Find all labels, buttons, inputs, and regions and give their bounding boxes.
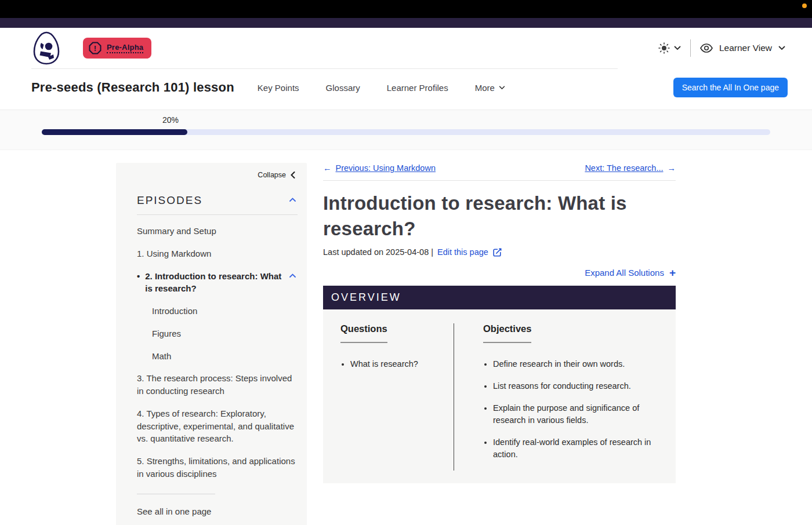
sun-icon: [658, 42, 670, 54]
objective-item: Explain the purpose and significance of …: [493, 402, 663, 426]
active-episode-label: 2. Introduction to research: What is res…: [145, 270, 288, 296]
lesson-title: Pre-seeds (Research 101) lesson: [31, 80, 234, 95]
episode-subitem-introduction[interactable]: Introduction: [152, 305, 298, 318]
questions-heading: Questions: [340, 323, 387, 343]
objectives-heading: Objectives: [483, 323, 531, 343]
chevron-up-icon: [289, 274, 296, 278]
pager-row: ← Previous: Using Markdown Next: The res…: [323, 163, 676, 181]
progress-percent-label: 20%: [162, 115, 179, 125]
overview-card-header: OVERVIEW: [323, 286, 676, 309]
next-link-label: Next: The research...: [585, 163, 663, 173]
chevron-down-icon: [778, 46, 785, 50]
edit-pencil-square-icon: [492, 247, 502, 257]
header-vertical-divider: [690, 39, 691, 57]
overview-card: OVERVIEW Questions What is research? Obj…: [323, 286, 676, 483]
objectives-column: Objectives Define research in their own …: [454, 323, 676, 471]
objective-item: List reasons for conducting research.: [493, 380, 663, 392]
active-episode-collapse-toggle[interactable]: [288, 270, 298, 281]
episode-item-summary-setup[interactable]: Summary and Setup: [137, 225, 298, 238]
next-episode-link[interactable]: Next: The research... →: [585, 163, 676, 173]
nav-item-learner-profiles[interactable]: Learner Profiles: [387, 83, 448, 93]
nav-item-more[interactable]: More: [475, 83, 505, 93]
page-title: Introduction to research: What is resear…: [323, 191, 676, 242]
header-bottom-row: Pre-seeds (Research 101) lesson Key Poin…: [0, 69, 812, 110]
recording-indicator-dot: [802, 3, 807, 8]
edit-link-label: Edit this page: [437, 247, 488, 257]
active-bullet: •: [137, 270, 140, 296]
episodes-heading: EPISODES: [137, 194, 202, 207]
episode-item-active-intro-research[interactable]: • 2. Introduction to research: What is r…: [137, 270, 298, 296]
progress-bar-fill: [42, 129, 187, 135]
arrow-right-icon: →: [668, 163, 676, 173]
episode-item-using-markdown[interactable]: 1. Using Markdown: [137, 247, 298, 260]
view-switcher-label: Learner View: [719, 43, 772, 53]
search-all-in-one-button[interactable]: Search the All In One page: [673, 78, 788, 97]
arrow-left-icon: ←: [323, 163, 332, 173]
view-switcher-button[interactable]: Learner View: [699, 41, 786, 56]
top-purple-strip: [0, 18, 812, 28]
nav-item-key-points[interactable]: Key Points: [258, 83, 299, 93]
episode-subitem-figures[interactable]: Figures: [152, 327, 298, 340]
episodes-collapse-toggle[interactable]: [288, 194, 298, 205]
site-header: ! Pre-Alpha: [0, 28, 812, 110]
content-area: Collapse EPISODES Summary and Setup 1. U…: [0, 150, 812, 525]
page-meta-row: Last updated on 2025-04-08 | Edit this p…: [323, 247, 676, 257]
nav-label: Learner Profiles: [387, 83, 448, 93]
warning-octagon-icon: !: [88, 41, 102, 55]
eye-icon: [700, 43, 713, 53]
nav-label: Glossary: [326, 83, 360, 93]
chevron-down-icon: [499, 86, 505, 90]
objectives-list: Define research in their own words. List…: [483, 358, 663, 461]
egg-logo-icon: [32, 31, 61, 65]
expand-all-solutions-link[interactable]: Expand All Solutions +: [585, 267, 676, 278]
expand-link-label: Expand All Solutions: [585, 268, 664, 278]
site-logo[interactable]: [32, 31, 61, 65]
chevron-down-icon: [674, 46, 681, 50]
episode-subitem-math[interactable]: Math: [152, 350, 298, 363]
nav-label: More: [475, 83, 495, 93]
collapse-label: Collapse: [258, 171, 286, 179]
svg-text:!: !: [94, 43, 96, 52]
expand-solutions-row: Expand All Solutions +: [323, 267, 676, 278]
episodes-sidebar: Collapse EPISODES Summary and Setup 1. U…: [116, 163, 307, 525]
see-all-in-one-page-link[interactable]: See all in one page: [137, 506, 298, 516]
sidebar-collapse-button[interactable]: Collapse: [137, 171, 298, 179]
episodes-header: EPISODES: [137, 194, 298, 215]
episode-item-strengths-limitations[interactable]: 5. Strengths, limitations, and applicati…: [137, 455, 298, 480]
header-top-row: ! Pre-Alpha: [0, 28, 812, 65]
active-episode-label-wrap: • 2. Introduction to research: What is r…: [137, 270, 288, 296]
theme-toggle-button[interactable]: [657, 40, 682, 56]
progress-bar-track: [42, 129, 770, 135]
pre-alpha-badge: ! Pre-Alpha: [83, 38, 151, 59]
overview-card-body: Questions What is research? Objectives D…: [323, 309, 676, 483]
lesson-main-content: ← Previous: Using Markdown Next: The res…: [323, 163, 676, 525]
edit-this-page-link[interactable]: Edit this page: [437, 247, 502, 257]
plus-icon: +: [669, 267, 676, 278]
episode-item-types-of-research[interactable]: 4. Types of research: Exploratory, descr…: [137, 407, 298, 445]
last-updated-text: Last updated on 2025-04-08 |: [323, 247, 433, 257]
sidebar-divider: [137, 494, 215, 494]
previous-episode-link[interactable]: ← Previous: Using Markdown: [323, 163, 436, 173]
episode-item-research-process[interactable]: 3. The research process: Steps involved …: [137, 372, 298, 398]
header-utilities: Learner View: [657, 39, 786, 57]
badge-label: Pre-Alpha: [107, 43, 143, 53]
questions-list: What is research?: [340, 358, 454, 370]
objective-item: Define research in their own words.: [493, 358, 663, 370]
objective-item: Identify real-world examples of research…: [493, 436, 663, 461]
nav-label: Key Points: [258, 83, 299, 93]
progress-band: 20%: [0, 110, 812, 150]
previous-link-label: Previous: Using Markdown: [336, 163, 436, 173]
top-black-strip: [0, 0, 812, 18]
chevron-up-icon: [289, 198, 296, 202]
questions-column: Questions What is research?: [323, 323, 454, 471]
chevron-left-icon: [291, 172, 295, 178]
nav-item-glossary[interactable]: Glossary: [326, 83, 360, 93]
main-nav: Key Points Glossary Learner Profiles Mor…: [258, 83, 505, 93]
question-item: What is research?: [350, 358, 454, 370]
